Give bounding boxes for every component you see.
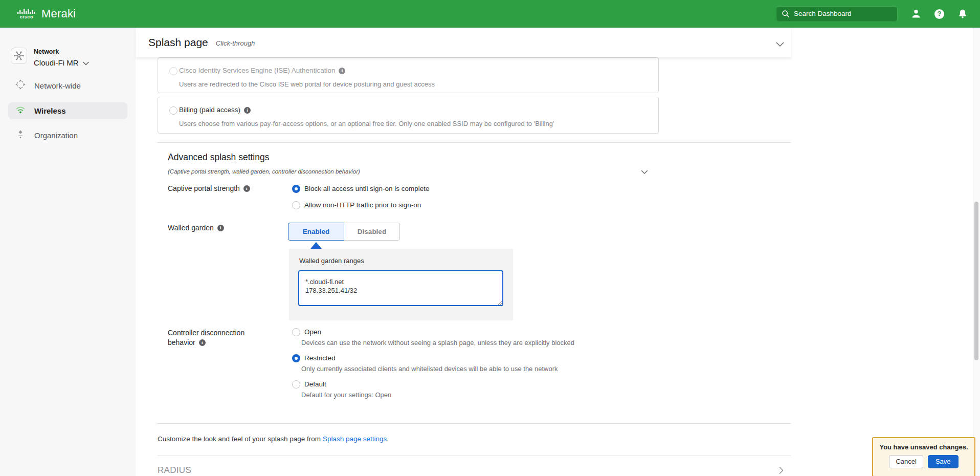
divider [158,423,791,424]
sidebar-item-label: Network-wide [34,81,81,91]
captive-option-block-all[interactable]: Block all access until sign-on is comple… [292,185,430,193]
sidebar-item-label: Organization [34,131,78,140]
open-radio[interactable] [292,328,300,336]
option-label: Cisco Identity Services Engine (ISE) Aut… [179,67,335,75]
page-subtitle: Click-through [216,38,255,48]
chevron-down-icon[interactable] [641,167,648,177]
walled-garden-ranges-label: Walled garden ranges [299,257,364,265]
divider [158,456,791,456]
controller-option-default[interactable]: Default [292,380,326,388]
search-input[interactable]: Search Dashboard [776,6,898,22]
chevron-down-icon [83,58,89,68]
advanced-settings-subtitle: (Captive portal strength, walled garden,… [168,168,360,176]
help-icon[interactable] [934,9,944,19]
option-billing[interactable]: Billing (paid access) Users choose from … [158,97,659,134]
splash-page-settings-link[interactable]: Splash page settings [323,435,387,443]
divider [158,142,791,143]
option-description: Default for your settings: Open [301,391,391,399]
controller-option-restricted[interactable]: Restricted [292,354,336,362]
walled-garden-label: Walled garden [168,224,224,232]
network-wide-icon [15,79,26,92]
cancel-button[interactable]: Cancel [889,455,923,468]
bell-icon[interactable] [957,9,968,19]
captive-option-allow-non-http[interactable]: Allow non-HTTP traffic prior to sign-on [292,201,421,209]
controller-disconnection-label: Controller disconnection behavior [168,328,244,348]
info-icon[interactable] [339,68,345,74]
main-content: Splash page Click-through Cisco Identity… [136,28,980,476]
walled-garden-ranges-textarea[interactable]: *.cloudi-fi.net 178.33.251.41/32 [298,270,503,306]
network-name: Cloudi-Fi MR [34,58,79,68]
chevron-right-icon [779,466,784,476]
sidebar-item-network-wide[interactable]: Network-wide [8,77,127,94]
network-selector[interactable]: Network Cloudi-Fi MR [11,48,89,68]
default-radio[interactable] [292,380,300,388]
allow-non-http-radio[interactable] [292,201,300,209]
page-header: Splash page Click-through [136,28,791,57]
save-button[interactable]: Save [928,455,959,468]
walled-garden-panel: Walled garden ranges *.cloudi-fi.net 178… [289,249,513,320]
wifi-icon [15,104,26,117]
pointer-triangle [310,242,322,249]
option-description: Devices can use the network without seei… [301,339,574,347]
option-description: Only currently associated clients and wh… [301,365,558,373]
option-label: Billing (paid access) [179,106,240,114]
sidebar-item-organization[interactable]: Organization [8,127,127,144]
block-all-radio[interactable] [292,185,300,193]
option-description: Users are redirected to the Cisco ISE we… [179,80,435,89]
cisco-logo-icon: cisco [17,8,36,20]
info-icon[interactable] [244,107,251,114]
radius-section-header[interactable]: RADIUS [158,465,791,475]
unsaved-changes-message: You have unsaved changes. [873,443,974,451]
info-icon[interactable] [243,185,250,192]
radius-title: RADIUS [158,465,191,475]
walled-garden-toggle: Enabled Disabled [288,223,400,241]
cisco-wordmark: cisco [20,14,33,20]
splash-page-section: Splash page Click-through Cisco Identity… [136,28,791,476]
option-description: Users choose from various pay-for-access… [179,120,554,128]
unsaved-changes-popup: You have unsaved changes. Cancel Save [872,437,975,476]
page-title: Splash page [148,36,208,49]
billing-radio[interactable] [169,106,177,115]
user-icon[interactable] [911,9,921,19]
scrollbar-thumb[interactable] [974,202,978,360]
sidebar-item-wireless[interactable]: Wireless [8,102,127,119]
brand-logo[interactable]: cisco Meraki [17,7,76,20]
topbar-actions: Search Dashboard [776,6,968,22]
walled-garden-enabled-button[interactable]: Enabled [288,223,344,241]
meraki-dashboard: cisco Meraki Search Dashboard [0,0,980,476]
topbar: cisco Meraki Search Dashboard [0,0,980,28]
scrollbar-track[interactable] [973,28,980,476]
advanced-settings-title: Advanced splash settings [168,152,269,163]
walled-garden-disabled-button[interactable]: Disabled [344,223,400,241]
captive-portal-strength-label: Captive portal strength [168,184,250,193]
organization-icon [15,129,26,141]
ise-radio[interactable] [169,67,177,75]
controller-option-open[interactable]: Open [292,328,321,336]
search-icon [782,10,790,18]
customize-note: Customize the look and feel of your spla… [158,435,389,443]
option-ise-authentication[interactable]: Cisco Identity Services Engine (ISE) Aut… [158,57,659,93]
sidebar-item-label: Wireless [34,106,66,116]
restricted-radio[interactable] [292,354,300,362]
info-icon[interactable] [199,339,206,346]
network-hub-icon [11,48,27,64]
chevron-down-icon[interactable] [776,39,784,49]
info-icon[interactable] [217,225,224,231]
network-label: Network [34,48,89,56]
search-placeholder: Search Dashboard [794,10,852,18]
sidebar: Network Cloudi-Fi MR Network-wide Wirele… [0,28,136,476]
brand-name: Meraki [41,7,76,20]
